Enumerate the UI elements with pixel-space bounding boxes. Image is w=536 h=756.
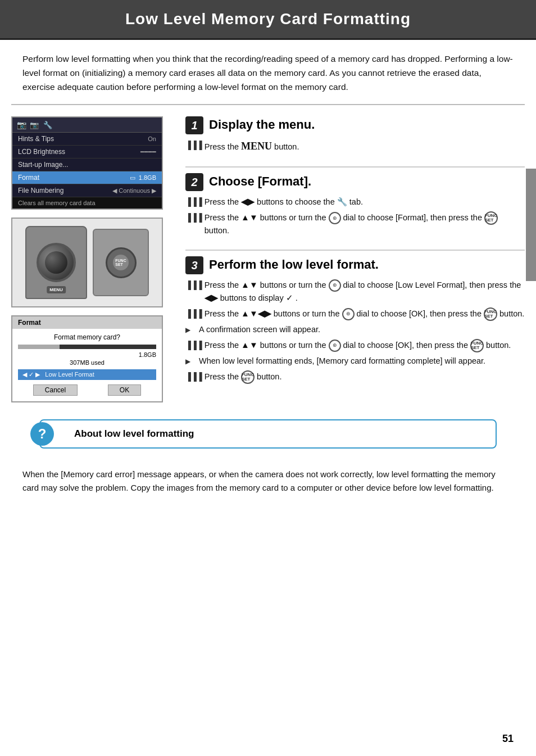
bullet-icon-1: ▐▐▐ — [185, 139, 202, 151]
step-2: 2 Choose [Format]. ▐▐▐ Press the ◀▶ butt… — [185, 173, 525, 237]
step-3-text-1: Press the ▲▼ buttons or turn the ⊛ dial … — [205, 279, 525, 305]
step-1: 1 Display the menu. ▐▐▐ Press the MENU b… — [185, 116, 525, 154]
step-2-header: 2 Choose [Format]. — [185, 173, 525, 191]
step-3-instruction-1: ▐▐▐ Press the ▲▼ buttons or turn the ⊛ d… — [185, 279, 525, 305]
format-used: 307MB used — [18, 359, 156, 366]
step-3-text-3: A confirmation screen will appear. — [199, 324, 320, 336]
camera-body: MENU FUNCSET — [20, 220, 155, 305]
ud-arrows-2: ▲▼ — [241, 280, 258, 289]
side-tab — [526, 169, 536, 281]
menu-tabs: 📷 🔧 — [30, 121, 52, 129]
bullet-icon-2a: ▐▐▐ — [185, 196, 202, 208]
func-set-icon-2: FUNCSET — [484, 307, 497, 321]
func-set-icon-4: FUNCSET — [241, 370, 255, 384]
menu-row-filenumbering: File Numbering ◀ Continuous ▶ — [12, 184, 162, 197]
about-title: About low level formatting — [74, 428, 487, 440]
format-size: 1.8GB — [18, 351, 156, 358]
func-set-label: FUNCSET — [113, 255, 129, 270]
camera-left-body: MENU — [25, 226, 87, 299]
menu-title-bar: 📷 📷 🔧 — [12, 117, 162, 133]
step-2-instruction-2: ▐▐▐ Press the ▲▼ buttons or turn the ⊛ d… — [185, 211, 525, 237]
step-3-instruction-6: ▐▐▐ Press the FUNCSET button. — [185, 370, 525, 384]
step-3-instruction-3: ▶ A confirmation screen will appear. — [185, 324, 525, 336]
tab-camera: 📷 — [30, 121, 39, 129]
right-column: 1 Display the menu. ▐▐▐ Press the MENU b… — [185, 111, 525, 408]
step-3-title: Perform the low level format. — [209, 256, 379, 272]
step-1-text-1: Press the MENU button. — [205, 139, 299, 154]
wrench-tab: 🔧 — [337, 197, 347, 206]
arrow-icon-2: ▶ — [185, 356, 197, 366]
dial-icon-2: ⊛ — [329, 279, 341, 292]
step-1-title: Display the menu. — [209, 116, 315, 132]
step-2-title: Choose [Format]. — [209, 173, 311, 189]
format-bar-fill — [18, 345, 60, 349]
format-cancel-button[interactable]: Cancel — [33, 384, 78, 396]
bullet-icon-3b: ▐▐▐ — [185, 308, 202, 320]
menu-row-format: Format ▭ 1.8GB — [12, 171, 162, 184]
bullet-icon-2b: ▐▐▐ — [185, 212, 202, 224]
dial-icon-3: ⊛ — [342, 308, 355, 320]
page-title: Low Level Memory Card Formatting — [0, 0, 536, 40]
menu-text: MENU — [241, 141, 272, 152]
step-3-header: 3 Perform the low level format. — [185, 256, 525, 274]
format-question: Format memory card? — [18, 333, 156, 341]
format-dialog-body: Format memory card? 1.8GB 307MB used ◀ ✓… — [12, 329, 162, 401]
arrow-icon-1: ▶ — [185, 325, 197, 335]
step-2-content: ▐▐▐ Press the ◀▶ buttons to choose the 🔧… — [185, 196, 525, 237]
step-3-text-2: Press the ▲▼◀▶ buttons or turn the ⊛ dia… — [205, 307, 525, 321]
page-number: 51 — [502, 733, 514, 745]
step-3-content: ▐▐▐ Press the ▲▼ buttons or turn the ⊛ d… — [185, 279, 525, 384]
intro-paragraph: Perform low level formatting when you th… — [0, 40, 536, 104]
menu-row-hints: Hints & Tips On — [12, 133, 162, 146]
bullet-icon-3d: ▐▐▐ — [185, 371, 202, 383]
func-set-icon-1: FUNCSET — [484, 211, 498, 225]
camera-lens-inner — [45, 251, 67, 274]
format-low-level-option: ◀ ✓ ▶ Low Level Format — [18, 369, 156, 380]
page: Low Level Memory Card Formatting Perform… — [0, 0, 536, 756]
step-1-instruction-1: ▐▐▐ Press the MENU button. — [185, 139, 525, 154]
format-dialog-screenshot: Format Format memory card? 1.8GB 307MB u… — [11, 315, 163, 402]
about-text: When the [Memory card error] message app… — [0, 460, 536, 503]
ud-arrows-1: ▲▼ — [241, 212, 258, 222]
main-content: 📷 📷 🔧 Hints & Tips On LCD Brightness ━━━… — [0, 111, 536, 408]
ud-arrows-3: ▲▼ — [241, 340, 258, 350]
func-set-icon-3: FUNCSET — [470, 339, 484, 352]
step-3-instruction-4: ▐▐▐ Press the ▲▼ buttons or turn the ⊛ d… — [185, 339, 525, 352]
step-3-instruction-2: ▐▐▐ Press the ▲▼◀▶ buttons or turn the ⊛… — [185, 307, 525, 321]
menu-button-label: MENU — [47, 286, 66, 293]
step-1-content: ▐▐▐ Press the MENU button. — [185, 139, 525, 154]
step-2-instruction-1: ▐▐▐ Press the ◀▶ buttons to choose the 🔧… — [185, 196, 525, 209]
tab-settings: 🔧 — [43, 121, 52, 129]
step-2-number: 2 — [185, 173, 203, 191]
about-section: ? About low level formatting — [39, 419, 497, 449]
step-3-text-5: When low level formatting ends, [Memory … — [199, 355, 485, 368]
step-3-number: 3 — [185, 256, 203, 274]
title-text: Low Level Memory Card Formatting — [125, 10, 411, 28]
lr-arrows-1: ◀▶ — [241, 197, 255, 206]
step-1-number: 1 — [185, 116, 203, 134]
step-3-instruction-5: ▶ When low level formatting ends, [Memor… — [185, 355, 525, 368]
about-icon: ? — [30, 422, 54, 446]
camera-image: MENU FUNCSET — [11, 218, 163, 307]
format-ok-button[interactable]: OK — [108, 384, 141, 396]
format-buttons: Cancel OK — [18, 383, 156, 397]
bullet-icon-3c: ▐▐▐ — [185, 339, 202, 351]
udlr-arrows-1: ▲▼◀▶ — [241, 309, 271, 318]
step-2-text-2: Press the ▲▼ buttons or turn the ⊛ dial … — [205, 211, 525, 237]
camera-right-body: FUNCSET — [93, 229, 149, 296]
step-3-text-6: Press the FUNCSET button. — [205, 370, 282, 384]
func-set-button: FUNCSET — [106, 247, 137, 278]
dial-icon-1: ⊛ — [329, 212, 341, 224]
step-3-text-4: Press the ▲▼ buttons or turn the ⊛ dial … — [205, 339, 511, 352]
step-1-header: 1 Display the menu. — [185, 116, 525, 134]
step-3: 3 Perform the low level format. ▐▐▐ Pres… — [185, 256, 525, 384]
format-dialog-title: Format — [12, 316, 162, 329]
step-2-text-1: Press the ◀▶ buttons to choose the 🔧 tab… — [205, 196, 363, 209]
dial-icon-4: ⊛ — [329, 339, 341, 352]
about-container: ? About low level formatting — [17, 419, 519, 449]
left-column: 📷 📷 🔧 Hints & Tips On LCD Brightness ━━━… — [11, 111, 174, 408]
menu-footer: Clears all memory card data — [12, 197, 162, 209]
format-progress-bar — [18, 345, 156, 349]
bullet-icon-3a: ▐▐▐ — [185, 279, 202, 291]
camera-lens — [37, 243, 76, 282]
